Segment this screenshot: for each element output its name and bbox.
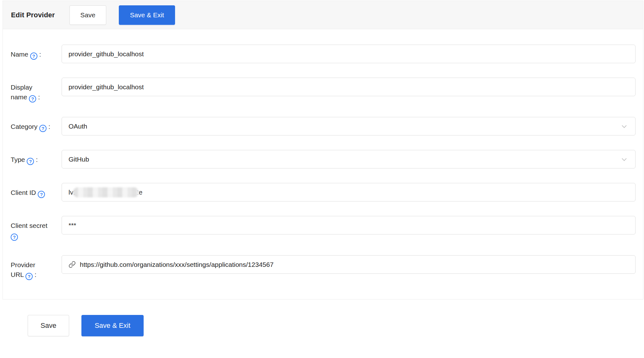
display-name-input[interactable] xyxy=(62,78,636,96)
save-exit-button-top[interactable]: Save & Exit xyxy=(119,5,175,25)
form-row-type: Type ? : GitHub xyxy=(11,150,636,168)
type-label: Type ? : xyxy=(11,150,62,165)
client-id-input[interactable]: lv1 2e xyxy=(62,183,636,201)
client-id-label: Client ID ? xyxy=(11,183,62,198)
save-button-bottom[interactable]: Save xyxy=(28,315,69,336)
question-circle-icon[interactable]: ? xyxy=(38,191,45,198)
form-row-client-secret: Client secret ? xyxy=(11,216,636,241)
question-circle-icon[interactable]: ? xyxy=(30,52,37,60)
card-header: Edit Provider Save Save & Exit xyxy=(3,1,643,29)
page-title: Edit Provider xyxy=(11,11,55,19)
form-row-name: Name ? : xyxy=(11,45,636,63)
question-circle-icon[interactable]: ? xyxy=(27,158,34,165)
display-name-label: Display name ? : xyxy=(11,78,62,102)
question-circle-icon[interactable]: ? xyxy=(25,273,33,280)
question-circle-icon[interactable]: ? xyxy=(29,95,36,102)
provider-url-value: https://github.com/organizations/xxx/set… xyxy=(80,261,273,268)
form-row-display-name: Display name ? : xyxy=(11,78,636,102)
provider-edit-page: Edit Provider Save Save & Exit Name ? : xyxy=(0,0,644,358)
category-select-value: OAuth xyxy=(69,123,87,130)
name-input[interactable] xyxy=(62,45,636,63)
provider-form: Name ? : Display name ? : xyxy=(3,29,643,289)
type-select-value: GitHub xyxy=(69,156,89,163)
client-secret-label: Client secret ? xyxy=(11,216,62,241)
label-colon: : xyxy=(35,271,36,278)
footer-actions: Save Save & Exit xyxy=(28,315,144,336)
redaction-blur xyxy=(73,187,139,197)
form-row-client-id: Client ID ? lv1 2e xyxy=(11,183,636,201)
label-colon: : xyxy=(36,156,38,163)
category-label: Category ? : xyxy=(11,117,62,132)
type-select[interactable]: GitHub xyxy=(62,150,636,168)
category-select[interactable]: OAuth xyxy=(62,117,636,135)
label-colon: : xyxy=(39,51,41,58)
link-icon[interactable] xyxy=(69,261,76,268)
label-colon: : xyxy=(38,93,40,101)
name-label: Name ? : xyxy=(11,45,62,60)
provider-url-input[interactable]: https://github.com/organizations/xxx/set… xyxy=(62,255,636,274)
form-row-provider-url: Provider URL ? : https://github.com xyxy=(11,255,636,280)
chevron-down-icon xyxy=(620,156,628,163)
save-exit-button-bottom[interactable]: Save & Exit xyxy=(81,315,144,336)
client-secret-input[interactable] xyxy=(62,216,636,234)
edit-provider-card: Edit Provider Save Save & Exit Name ? : xyxy=(3,1,643,300)
label-colon: : xyxy=(48,123,50,130)
chevron-down-icon xyxy=(620,123,628,130)
form-row-category: Category ? : OAuth xyxy=(11,117,636,135)
question-circle-icon[interactable]: ? xyxy=(39,125,47,132)
save-button-top[interactable]: Save xyxy=(69,5,107,25)
provider-url-label: Provider URL ? : xyxy=(11,255,62,280)
question-circle-icon[interactable]: ? xyxy=(11,234,18,241)
